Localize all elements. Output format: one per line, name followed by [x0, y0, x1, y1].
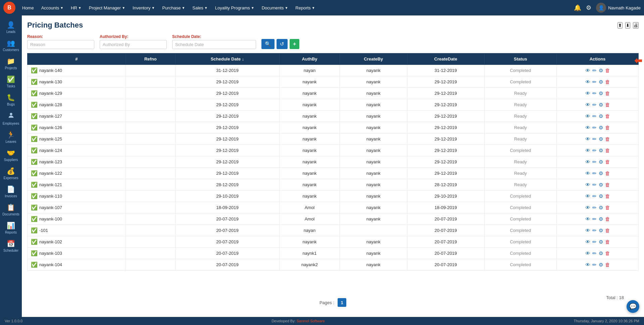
edit-icon[interactable]: ✏: [592, 159, 597, 165]
view-icon[interactable]: 👁: [585, 79, 590, 85]
delete-icon[interactable]: 🗑: [605, 250, 610, 256]
view-icon[interactable]: 👁: [585, 159, 590, 165]
edit-icon[interactable]: ✏: [592, 68, 597, 74]
edit-icon[interactable]: ✏: [592, 205, 597, 211]
sidebar-item-bugs[interactable]: 🐛 Bugs: [0, 91, 22, 109]
edit-icon[interactable]: ✏: [592, 90, 597, 96]
edit-icon[interactable]: ✏: [592, 239, 597, 245]
config-icon[interactable]: ⚙: [599, 159, 603, 165]
config-icon[interactable]: ⚙: [599, 113, 603, 119]
config-icon[interactable]: ⚙: [599, 182, 603, 188]
nav-documents[interactable]: Documents ▼: [258, 3, 292, 12]
edit-icon[interactable]: ✏: [592, 102, 597, 108]
config-icon[interactable]: ⚙: [599, 102, 603, 108]
delete-icon[interactable]: 🗑: [605, 182, 610, 188]
search-button[interactable]: 🔍: [261, 39, 275, 49]
delete-icon[interactable]: 🗑: [605, 90, 610, 96]
view-icon[interactable]: 👁: [585, 193, 590, 199]
delete-icon[interactable]: 🗑: [605, 159, 610, 165]
view-icon[interactable]: 👁: [585, 68, 590, 73]
config-icon[interactable]: ⚙: [599, 90, 603, 96]
nav-reports[interactable]: Reports ▼: [292, 3, 318, 12]
sidebar-item-expenses[interactable]: 💰 Expenses: [0, 164, 22, 182]
sidebar-item-leads[interactable]: 👤 Leads: [0, 18, 22, 36]
config-icon[interactable]: ⚙: [599, 262, 603, 268]
config-icon[interactable]: ⚙: [599, 148, 603, 154]
export-upload-button[interactable]: ⬆: [617, 22, 623, 29]
delete-icon[interactable]: 🗑: [605, 239, 610, 245]
sidebar-item-customers[interactable]: 👥 Customers: [0, 36, 22, 54]
delete-icon[interactable]: 🗑: [605, 170, 610, 176]
edit-icon[interactable]: ✏: [592, 136, 597, 142]
nav-sales[interactable]: Sales ▼: [189, 3, 211, 12]
view-icon[interactable]: 👁: [585, 148, 590, 153]
col-schedule-date[interactable]: Schedule Date ↓: [176, 53, 280, 65]
nav-accounts[interactable]: Accounts ▼: [38, 3, 67, 12]
sidebar-item-suppliers[interactable]: 🤝 Suppliers: [0, 146, 22, 164]
delete-icon[interactable]: 🗑: [605, 193, 610, 199]
page-1-button[interactable]: 1: [338, 298, 346, 307]
delete-icon[interactable]: 🗑: [605, 262, 610, 268]
edit-icon[interactable]: ✏: [592, 148, 597, 154]
view-icon[interactable]: 👁: [585, 125, 590, 130]
refresh-button[interactable]: ↺: [277, 39, 288, 49]
chat-bubble[interactable]: 💬: [627, 300, 639, 313]
delete-icon[interactable]: 🗑: [605, 113, 610, 119]
delete-icon[interactable]: 🗑: [605, 102, 610, 108]
view-icon[interactable]: 👁: [585, 239, 590, 245]
edit-icon[interactable]: ✏: [592, 170, 597, 176]
delete-icon[interactable]: 🗑: [605, 68, 610, 73]
add-button[interactable]: +: [290, 39, 299, 49]
sidebar-item-invoices[interactable]: 📄 Invoices: [0, 182, 22, 201]
edit-icon[interactable]: ✏: [592, 125, 597, 131]
config-icon[interactable]: ⚙: [599, 193, 603, 199]
bell-icon[interactable]: 🔔: [574, 4, 581, 11]
edit-icon[interactable]: ✏: [592, 182, 597, 188]
config-icon[interactable]: ⚙: [599, 79, 603, 85]
delete-icon[interactable]: 🗑: [605, 125, 610, 130]
view-icon[interactable]: 👁: [585, 113, 590, 119]
delete-icon[interactable]: 🗑: [605, 216, 610, 222]
edit-icon[interactable]: ✏: [592, 262, 597, 268]
edit-icon[interactable]: ✏: [592, 228, 597, 234]
config-icon[interactable]: ⚙: [599, 216, 603, 222]
view-icon[interactable]: 👁: [585, 102, 590, 108]
edit-icon[interactable]: ✏: [592, 113, 597, 119]
sidebar-item-documents[interactable]: 📋 Documents: [0, 201, 22, 219]
view-icon[interactable]: 👁: [585, 182, 590, 188]
nav-hr[interactable]: HR ▼: [67, 3, 85, 12]
nav-inventory[interactable]: Inventory ▼: [129, 3, 158, 12]
nav-loyality[interactable]: Loyality Programs ▼: [212, 3, 258, 12]
delete-icon[interactable]: 🗑: [605, 148, 610, 153]
view-icon[interactable]: 👁: [585, 136, 590, 142]
view-icon[interactable]: 👁: [585, 228, 590, 233]
view-icon[interactable]: 👁: [585, 216, 590, 222]
config-icon[interactable]: ⚙: [599, 250, 603, 256]
reason-input[interactable]: [27, 40, 94, 49]
view-icon[interactable]: 👁: [585, 250, 590, 256]
nav-home[interactable]: Home: [19, 3, 37, 12]
sidebar-item-employees[interactable]: Employees: [0, 109, 22, 128]
delete-icon[interactable]: 🗑: [605, 205, 610, 210]
view-icon[interactable]: 👁: [585, 205, 590, 210]
delete-icon[interactable]: 🗑: [605, 79, 610, 85]
view-icon[interactable]: 👁: [585, 170, 590, 176]
view-icon[interactable]: 👁: [585, 90, 590, 96]
edit-icon[interactable]: ✏: [592, 216, 597, 222]
delete-icon[interactable]: 🗑: [605, 228, 610, 233]
sidebar-item-scheduler[interactable]: 📅 Scheduler: [0, 237, 22, 255]
user-area[interactable]: 👤 Navnath Kagade: [596, 3, 641, 13]
schedule-date-input[interactable]: [172, 40, 256, 49]
sidebar-item-projects[interactable]: 📁 Projects: [0, 54, 22, 73]
print-button[interactable]: 🖨: [633, 22, 639, 29]
sidebar-item-leaves[interactable]: 🏃 Leaves: [0, 128, 22, 146]
edit-icon[interactable]: ✏: [592, 250, 597, 256]
edit-icon[interactable]: ✏: [592, 193, 597, 199]
sidebar-item-tasks[interactable]: ✅ Tasks: [0, 73, 22, 91]
view-icon[interactable]: 👁: [585, 262, 590, 268]
config-icon[interactable]: ⚙: [599, 205, 603, 211]
config-icon[interactable]: ⚙: [599, 228, 603, 234]
settings-icon[interactable]: ⚙: [586, 4, 591, 11]
edit-icon[interactable]: ✏: [592, 79, 597, 85]
export-download-button[interactable]: ⬇: [625, 22, 630, 29]
